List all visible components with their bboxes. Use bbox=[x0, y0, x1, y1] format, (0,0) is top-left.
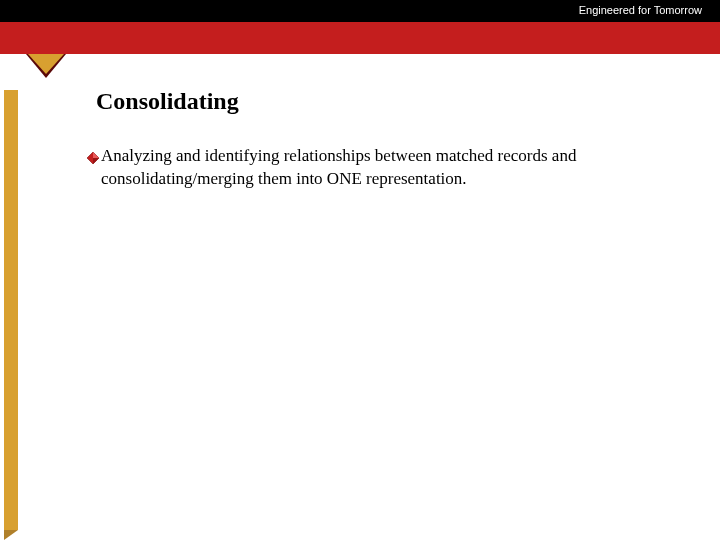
bullet-text: Analyzing and identifying relationships … bbox=[101, 145, 680, 191]
brand-tagline: Engineered for Tomorrow bbox=[579, 4, 702, 16]
header-notch-decoration bbox=[26, 54, 66, 78]
header-red-stripe bbox=[0, 22, 720, 54]
slide-title: Consolidating bbox=[96, 88, 680, 115]
diamond-bullet-icon bbox=[86, 149, 100, 163]
top-black-bar: Engineered for Tomorrow bbox=[0, 0, 720, 22]
slide-content: Consolidating Analyzing and identifying … bbox=[96, 88, 680, 191]
left-accent-bar bbox=[4, 90, 18, 530]
bullet-item: Analyzing and identifying relationships … bbox=[86, 145, 680, 191]
